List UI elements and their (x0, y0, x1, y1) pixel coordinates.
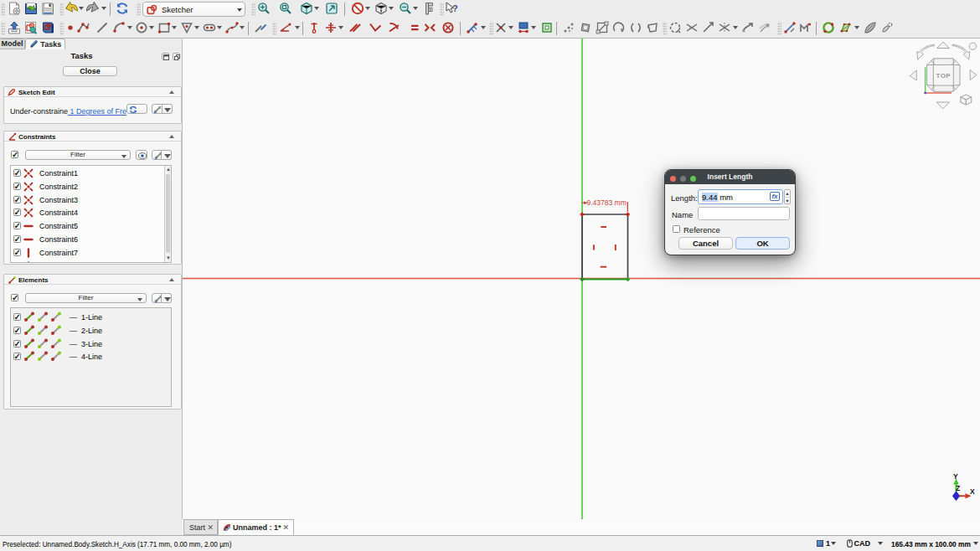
svg-text:Z: Z (956, 484, 960, 492)
svg-text:X: X (970, 487, 975, 496)
svg-text:?: ? (452, 3, 458, 13)
svg-text:Y: Y (953, 472, 958, 481)
svg-text:TOP: TOP (936, 72, 952, 80)
svg-text:9.43783 mm: 9.43783 mm (587, 198, 627, 207)
